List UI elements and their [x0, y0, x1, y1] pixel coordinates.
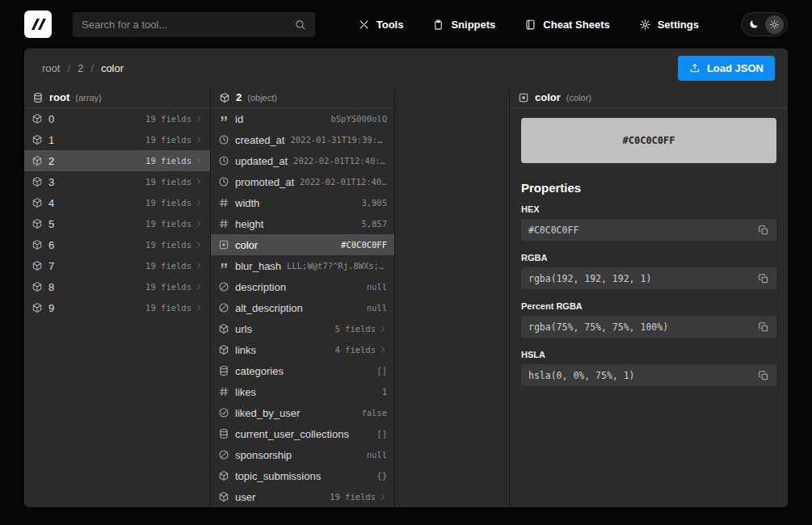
copy-button[interactable]	[758, 273, 769, 284]
column-empty	[394, 87, 509, 507]
item-value-area: null	[367, 450, 387, 460]
copy-button[interactable]	[758, 321, 769, 333]
item-key: urls	[235, 323, 252, 335]
list-item-liked_by_user[interactable]: liked_by_userfalse	[211, 402, 394, 423]
list-item-color[interactable]: color#C0C0C0FF	[211, 234, 394, 255]
chevron-right-icon	[195, 241, 203, 249]
item-key: color	[235, 239, 258, 251]
chevron-right-icon	[195, 157, 203, 165]
moon-icon	[748, 19, 759, 30]
list-item-categories[interactable]: categories[]	[211, 360, 394, 381]
property-value-box: rgba(75%, 75%, 75%, 100%)	[521, 316, 776, 338]
list-item-urls[interactable]: urls5 fields	[211, 318, 394, 339]
list-item-current_user_collections[interactable]: current_user_collections[]	[211, 423, 394, 444]
inspector-panel: color (color) #C0C0C0FF Properties HEX#C…	[509, 87, 788, 507]
boolean-icon	[218, 407, 229, 418]
nav-item-settings[interactable]: Settings	[639, 19, 699, 31]
breadcrumb-item-color[interactable]: color	[101, 62, 124, 74]
item-key: user	[235, 491, 255, 503]
item-value: 5,857	[361, 219, 387, 229]
search-box[interactable]	[73, 12, 315, 37]
list-item-6[interactable]: 619 fields	[24, 234, 210, 255]
item-value-area: 19 fields	[145, 177, 203, 187]
list-item-width[interactable]: width3,905	[211, 192, 394, 213]
main-panel: root/2/color Load JSON root(array)019 fi…	[24, 48, 788, 507]
item-key: links	[235, 344, 256, 356]
list-item-3[interactable]: 319 fields	[24, 171, 210, 192]
search-input[interactable]	[82, 19, 288, 31]
object-icon	[32, 239, 43, 250]
object-icon	[32, 218, 43, 229]
list-item-1[interactable]: 119 fields	[24, 129, 210, 150]
list-item-user[interactable]: user19 fields	[211, 486, 394, 507]
list-item-sponsorship[interactable]: sponsorshipnull	[211, 444, 394, 465]
swatch-label: #C0C0C0FF	[622, 135, 675, 146]
field-count-badge: 19 fields	[145, 240, 191, 250]
list-item-alt_description[interactable]: alt_descriptionnull	[211, 297, 394, 318]
nav-item-cheat-sheets[interactable]: Cheat Sheets	[524, 19, 609, 31]
item-key: blur_hash	[235, 260, 281, 272]
item-key: description	[235, 281, 286, 293]
load-json-button[interactable]: Load JSON	[678, 56, 775, 81]
property-label: HSLA	[521, 350, 776, 359]
sun-icon	[769, 19, 780, 30]
property-group: RGBArgba(192, 192, 192, 1)	[521, 253, 776, 289]
list-item-2[interactable]: 219 fields	[24, 150, 210, 171]
item-value: 3,905	[361, 198, 387, 208]
item-value: bSpYS000olQ	[330, 114, 387, 124]
object-icon	[218, 344, 229, 355]
chevron-right-icon	[195, 199, 203, 207]
list-item-links[interactable]: links4 fields	[211, 339, 394, 360]
item-key: promoted_at	[235, 176, 294, 188]
chevron-right-icon	[195, 304, 203, 312]
item-value-area: 5 fields	[334, 324, 387, 334]
field-count-badge: 19 fields	[145, 219, 191, 229]
breadcrumb-item-root[interactable]: root	[42, 62, 60, 74]
list-item-updated_at[interactable]: updated_at2022-02-01T12:40:02…	[211, 150, 394, 171]
item-value-area: 19 fields	[145, 198, 203, 208]
object-icon	[32, 302, 43, 313]
item-value-area: 4 fields	[334, 345, 387, 355]
list-item-4[interactable]: 419 fields	[24, 192, 210, 213]
list-item-0[interactable]: 019 fields	[24, 108, 210, 129]
list-item-likes[interactable]: likes1	[211, 381, 394, 402]
list-item-blur_hash[interactable]: blur_hashLLL;W@t7?^Rj.8WXs;oIy…	[211, 255, 394, 276]
copy-icon	[758, 273, 769, 284]
list-item-created_at[interactable]: created_at2022-01-31T19:39:53…	[211, 129, 394, 150]
field-count-badge: 19 fields	[145, 156, 191, 166]
object-icon	[32, 260, 43, 271]
list-item-topic_submissions[interactable]: topic_submissions{}	[211, 465, 394, 486]
list-item-height[interactable]: height5,857	[211, 213, 394, 234]
list-item-promoted_at[interactable]: promoted_at2022-02-01T12:40:0…	[211, 171, 394, 192]
list-item-id[interactable]: idbSpYS000olQ	[211, 108, 394, 129]
copy-button[interactable]	[758, 370, 769, 381]
number-icon	[218, 218, 229, 229]
nav-item-label: Snippets	[451, 19, 495, 31]
item-value-area: 19 fields	[145, 114, 203, 124]
list-item-5[interactable]: 519 fields	[24, 213, 210, 234]
item-key: current_user_collections	[235, 428, 349, 440]
list-item-8[interactable]: 819 fields	[24, 276, 210, 297]
field-count-badge: 19 fields	[145, 177, 191, 187]
nav-item-tools[interactable]: Tools	[358, 19, 404, 31]
date-icon	[218, 134, 229, 145]
item-key: 0	[48, 113, 54, 125]
top-navbar: Tools Snippets Cheat Sheets Settings	[0, 0, 812, 48]
array-icon	[32, 92, 44, 103]
json-column-view: root(array)019 fields119 fields219 field…	[24, 87, 788, 507]
item-key: 3	[48, 176, 54, 188]
list-item-9[interactable]: 919 fields	[24, 297, 210, 318]
copy-button[interactable]	[758, 225, 769, 236]
item-value-area: LLL;W@t7?^Rj.8WXs;oIy…	[287, 261, 387, 271]
item-value-area: 2022-02-01T12:40:02…	[293, 156, 387, 166]
list-item-description[interactable]: descriptionnull	[211, 276, 394, 297]
property-label: RGBA	[521, 253, 776, 262]
nav-item-snippets[interactable]: Snippets	[432, 19, 495, 31]
chevron-right-icon	[195, 178, 203, 186]
item-value: null	[367, 450, 387, 460]
list-item-7[interactable]: 719 fields	[24, 255, 210, 276]
field-count-badge: 19 fields	[330, 492, 376, 502]
theme-toggle[interactable]	[741, 12, 788, 36]
app-logo[interactable]	[24, 10, 52, 38]
breadcrumb-item-2[interactable]: 2	[78, 62, 83, 74]
